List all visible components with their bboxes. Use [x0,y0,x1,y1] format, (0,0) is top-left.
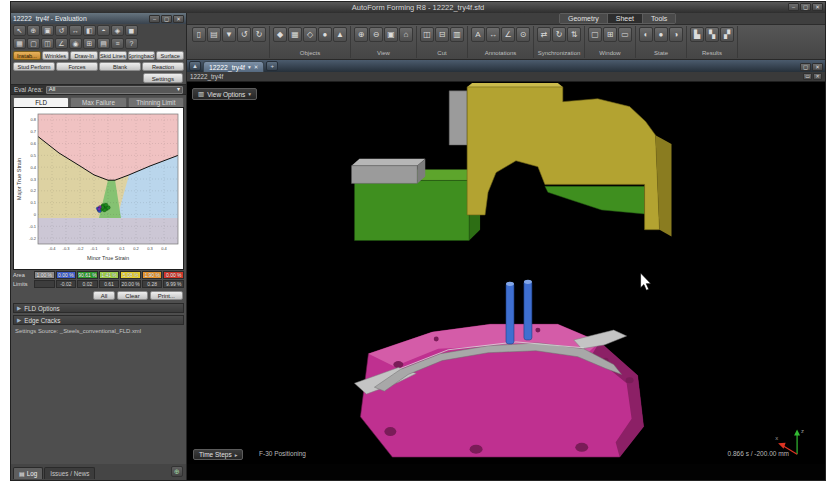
new-window-icon[interactable]: ▢ [588,27,602,42]
state-current-icon[interactable]: ● [654,27,668,42]
menu-item-geometry[interactable]: Geometry [560,14,608,23]
shade-icon[interactable]: ◼ [125,25,138,36]
action-clear[interactable]: Clear [117,291,147,300]
locating-pin[interactable] [506,283,514,344]
punch-support-plate[interactable] [449,91,467,145]
measure-angle-icon[interactable]: ∠ [501,27,515,42]
section-icon[interactable]: ◫ [41,38,54,49]
measure-icon[interactable]: ∠ [55,38,68,49]
chart-tab-fld[interactable]: FLD [13,97,69,107]
undo-icon[interactable]: ↺ [237,27,251,42]
sync-views-icon[interactable]: ⇄ [537,27,551,42]
punch-top-face[interactable] [467,83,563,87]
view-iso-icon[interactable]: ◈ [111,25,124,36]
result-tab-blank[interactable]: Blank [99,62,141,71]
home-view-icon[interactable]: ⌂ [399,27,413,42]
result-tab-surface[interactable]: Surface [156,51,184,60]
result-tab-skid-lines[interactable]: Skid Lines [99,51,127,60]
open-file-icon[interactable]: ▤ [207,27,221,42]
add-tab-button[interactable]: + [266,61,278,71]
result-tab-springback[interactable]: Springback [128,51,156,60]
section-y-icon[interactable]: ⊟ [435,27,449,42]
chart-tab-thinning-limit[interactable]: Thinning Limit [128,97,184,107]
section-z-icon[interactable]: ▥ [450,27,464,42]
cascade-windows-icon[interactable]: ▭ [618,27,632,42]
zoom-in-icon[interactable]: ⊕ [354,27,368,42]
result-tab-stud-perform[interactable]: Stud Perform [13,62,55,71]
close-tab-icon[interactable]: ✕ [254,64,259,70]
die-block-front-face[interactable] [354,180,469,240]
maximize-button[interactable]: ▢ [800,63,811,71]
result-tab-instab[interactable]: Instab... [13,51,41,60]
probe-point-icon[interactable]: ⊙ [516,27,530,42]
fit-icon[interactable]: ▣ [41,25,54,36]
result-tab-reaction[interactable]: Reaction [142,62,184,71]
select-icon[interactable]: ↖ [13,25,26,36]
eval-area-select[interactable]: All ▾ [46,86,183,94]
close-button[interactable]: ✕ [812,3,823,11]
settings-button[interactable]: Settings [143,73,183,83]
solid-icon[interactable]: ◆ [273,27,287,42]
section-x-icon[interactable]: ◫ [420,27,434,42]
result-tab-draw-in[interactable]: Draw-In [70,51,98,60]
zoom-out-icon[interactable]: ⊖ [369,27,383,42]
minimize-button[interactable]: – [149,15,160,23]
result-chart-icon[interactable]: ▙ [690,27,704,42]
section-edge-cracks[interactable]: ▶ Edge Cracks [13,315,184,325]
result-tab-forces[interactable]: Forces [56,62,98,71]
gray-block-top-face[interactable] [351,159,425,166]
light-icon[interactable]: ◉ [69,38,82,49]
options-icon[interactable]: ≡ [111,38,124,49]
gray-block-front-face[interactable] [351,166,417,184]
view-options-button[interactable]: ▥ View Options ▾ [192,88,257,100]
document-tab[interactable]: 12222_try4f ▾ ✕ [203,61,264,72]
new-file-icon[interactable]: ▯ [192,27,206,42]
result-history-icon[interactable]: ▞ [720,27,734,42]
refresh-icon[interactable]: ↻ [552,27,566,42]
help-icon[interactable]: ? [125,38,138,49]
tile-windows-icon[interactable]: ⊞ [603,27,617,42]
menu-item-tools[interactable]: Tools [643,14,675,23]
pan-icon[interactable]: ↔ [69,25,82,36]
wireframe-icon[interactable]: ◇ [303,27,317,42]
result-distribution-icon[interactable]: ▚ [705,27,719,42]
bottom-tab-issues-news[interactable]: Issues / News [44,467,95,479]
result-tab-wrinkles[interactable]: Wrinkles [42,51,70,60]
viewport-3d[interactable]: z x ▥ View Options ▾ Time Steps [187,82,825,464]
fld-chart[interactable]: -0.4-0.3-0.2-0.100.10.20.30.4-0.2-0.100.… [13,107,184,270]
die-insert-front[interactable] [545,186,645,214]
grid-icon[interactable]: ⊞ [83,38,96,49]
zoom-icon[interactable]: ⊕ [27,25,40,36]
measure-distance-icon[interactable]: ↔ [486,27,500,42]
view-top-icon[interactable]: ◓ [97,25,110,36]
fit-view-icon[interactable]: ▣ [384,27,398,42]
state-previous-icon[interactable]: ◐ [639,27,653,42]
close-button[interactable]: ✕ [812,63,823,71]
collapse-tabbar-button[interactable]: ▲ [189,61,201,71]
snapshot-icon[interactable]: ▤ [97,38,110,49]
close-button[interactable]: ✕ [813,73,822,80]
wire-icon[interactable]: ▢ [27,38,40,49]
link-views-icon[interactable]: ⇅ [567,27,581,42]
mesh-icon[interactable]: ▦ [13,38,26,49]
section-fld-options[interactable]: ▶ FLD Options [13,303,184,313]
new-entry-button[interactable]: ⊕ [171,466,183,477]
maximize-button[interactable]: ▢ [800,3,811,11]
surfaces-icon[interactable]: ▲ [333,27,347,42]
maximize-button[interactable]: ▭ [803,73,812,80]
evaluation-panel-titlebar[interactable]: 12222_try4f - Evaluation –▢✕ [11,13,186,24]
maximize-button[interactable]: ▢ [161,15,172,23]
state-next-icon[interactable]: ◑ [669,27,683,42]
redo-icon[interactable]: ↻ [252,27,266,42]
view-front-icon[interactable]: ◧ [83,25,96,36]
chevron-down-icon[interactable]: ▾ [248,64,251,70]
locating-pin[interactable] [524,281,532,340]
mesh-icon[interactable]: ▦ [288,27,302,42]
bottom-tab-log[interactable]: ▤Log [13,467,43,479]
chart-tab-max-failure[interactable]: Max Failure [70,97,126,107]
minimize-button[interactable]: – [788,3,799,11]
action-all[interactable]: All [93,291,116,300]
menu-item-sheet[interactable]: Sheet [608,14,643,23]
close-button[interactable]: ✕ [173,15,184,23]
save-file-icon[interactable]: ▼ [222,27,236,42]
